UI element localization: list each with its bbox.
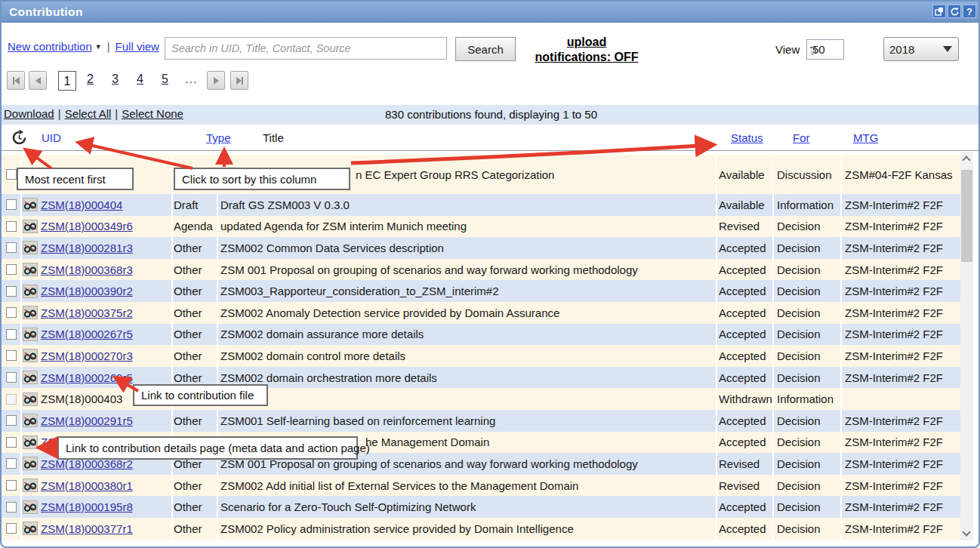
column-header-uid[interactable]: UID — [42, 131, 61, 144]
contribution-uid-link[interactable]: ZSM(18)000291r5 — [41, 414, 133, 427]
chevron-down-icon[interactable]: ▼ — [95, 43, 102, 51]
row-checkbox[interactable] — [6, 502, 17, 513]
pagination: 1 2 3 4 5 ... — [2, 71, 978, 91]
contribution-uid-link[interactable]: ZSM(18)000195r8 — [41, 500, 133, 513]
row-status: Accepted — [717, 324, 772, 346]
first-page-button[interactable] — [7, 71, 25, 90]
help-icon[interactable]: ? — [963, 5, 976, 18]
row-mtg: ZSM-Interim#2 F2F — [842, 345, 960, 367]
row-checkbox[interactable] — [6, 199, 17, 210]
binoculars-details-icon[interactable] — [23, 457, 38, 470]
row-checkbox[interactable] — [6, 169, 17, 180]
binoculars-details-icon[interactable] — [23, 241, 38, 254]
row-status: Accepted — [717, 302, 772, 324]
page-link-2[interactable]: 2 — [87, 72, 94, 86]
row-checkbox[interactable] — [6, 221, 17, 232]
binoculars-details-icon[interactable] — [23, 522, 38, 535]
year-select[interactable]: 2018 — [883, 37, 959, 61]
contribution-uid-link[interactable]: ZSM(18)000281r3 — [41, 242, 133, 254]
contribution-uid-link[interactable]: ZSM(18)000404 — [41, 199, 122, 211]
page-link-4[interactable]: 4 — [137, 72, 143, 86]
row-checkbox[interactable] — [6, 329, 17, 340]
binoculars-details-icon[interactable] — [23, 479, 38, 492]
binoculars-details-icon[interactable] — [23, 328, 38, 341]
next-page-button[interactable] — [207, 71, 225, 90]
annotation-click-to-sort: Click to sort by this column — [174, 168, 350, 190]
row-checkbox[interactable] — [6, 372, 17, 383]
binoculars-details-icon[interactable] — [23, 436, 38, 449]
row-checkbox[interactable] — [6, 437, 17, 448]
contribution-uid-link[interactable]: ZSM(18)000390r2 — [41, 285, 133, 297]
page-link-3[interactable]: 3 — [112, 72, 119, 86]
previous-page-icon — [35, 77, 41, 85]
refresh-glyph — [950, 7, 960, 17]
contribution-uid-link[interactable]: ZSM(18)000269r5 — [41, 371, 133, 384]
row-mtg: ZSM-Interim#2 F2F — [842, 453, 960, 475]
binoculars-details-icon[interactable] — [23, 263, 38, 276]
scrollbar-thumb[interactable] — [961, 170, 972, 262]
scroll-up-icon[interactable] — [962, 155, 970, 164]
binoculars-details-icon[interactable] — [23, 349, 38, 362]
contribution-uid-link[interactable]: ZSM(18)000380r1 — [41, 479, 133, 492]
full-view-link[interactable]: Full view — [116, 40, 159, 53]
row-checkbox[interactable] — [6, 307, 17, 318]
contribution-uid-link[interactable]: ZSM(18)000377r1 — [41, 522, 133, 535]
binoculars-details-icon[interactable] — [23, 198, 38, 211]
popup-window-icon[interactable] — [932, 5, 946, 18]
row-type: Other — [173, 324, 217, 346]
row-checkbox-cell — [2, 518, 20, 540]
row-checkbox-cell — [2, 410, 20, 432]
contribution-uid-link[interactable]: ZSM(18)000368r3 — [41, 263, 133, 276]
column-header-for[interactable]: For — [793, 131, 810, 144]
previous-page-button[interactable] — [29, 71, 47, 90]
view-label: View — [775, 43, 800, 56]
row-checkbox[interactable] — [6, 458, 17, 469]
most-recent-sort-icon[interactable] — [11, 129, 28, 149]
contribution-uid-link[interactable]: ZSM(18)000267r5 — [41, 328, 133, 340]
binoculars-details-icon[interactable] — [23, 414, 38, 427]
row-title: ZSM001 Self-learning based on reinforcem… — [218, 410, 716, 432]
new-contribution-link[interactable]: New contribution — [8, 40, 92, 53]
contribution-uid-link[interactable]: ZSM(18)000349r6 — [41, 220, 133, 232]
row-type: Other — [173, 410, 217, 432]
row-checkbox-cell — [2, 302, 20, 324]
row-checkbox[interactable] — [6, 286, 17, 297]
binoculars-details-icon[interactable] — [23, 285, 38, 298]
search-input[interactable] — [165, 37, 447, 60]
last-page-button[interactable] — [230, 71, 248, 90]
row-title: ZSM002 domain control more details — [218, 345, 716, 367]
row-checkbox-cell — [2, 388, 20, 410]
page-size-select[interactable]: 50 ˅ — [806, 39, 844, 60]
current-page-indicator: 1 — [58, 71, 76, 91]
row-checkbox[interactable] — [6, 242, 17, 253]
contribution-uid-link[interactable]: ZSM(18)000375r2 — [41, 306, 133, 319]
upload-notifications-toggle[interactable]: upload notifications: OFF — [492, 35, 682, 65]
column-header-type[interactable]: Type — [206, 131, 231, 144]
table-row: ZSM(18)000404 Draft Draft GS ZSM003 V 0.… — [2, 194, 960, 216]
row-checkbox[interactable] — [6, 415, 17, 426]
scroll-down-icon[interactable] — [962, 528, 970, 536]
column-header-mtg[interactable]: MTG — [853, 131, 878, 144]
column-header-status[interactable]: Status — [731, 131, 763, 144]
row-title: ZSM002 Anomaly Detection service provide… — [218, 302, 716, 324]
vertical-scrollbar[interactable] — [960, 152, 973, 540]
download-link[interactable]: Download — [4, 107, 54, 120]
binoculars-details-icon[interactable] — [23, 393, 38, 406]
row-checkbox[interactable] — [6, 523, 17, 534]
row-title: ZSM002 Policy administration service pro… — [218, 518, 716, 540]
row-checkbox[interactable] — [6, 480, 17, 491]
select-all-link[interactable]: Select All — [65, 107, 112, 120]
contribution-uid-link[interactable]: ZSM(18)000270r3 — [41, 349, 133, 362]
row-checkbox-cell — [2, 280, 20, 302]
binoculars-details-icon[interactable] — [23, 306, 38, 319]
row-checkbox[interactable] — [6, 264, 17, 275]
binoculars-details-icon[interactable] — [23, 500, 38, 514]
refresh-icon[interactable] — [948, 5, 961, 18]
row-checkbox[interactable] — [6, 350, 17, 361]
page-link-5[interactable]: 5 — [162, 72, 168, 86]
select-none-link[interactable]: Select None — [122, 107, 183, 120]
row-mtg: ZSM-Interim#2 F2F — [842, 496, 960, 518]
binoculars-details-icon[interactable] — [23, 371, 38, 384]
binoculars-details-icon[interactable] — [23, 220, 38, 233]
year-value: 2018 — [884, 43, 943, 56]
